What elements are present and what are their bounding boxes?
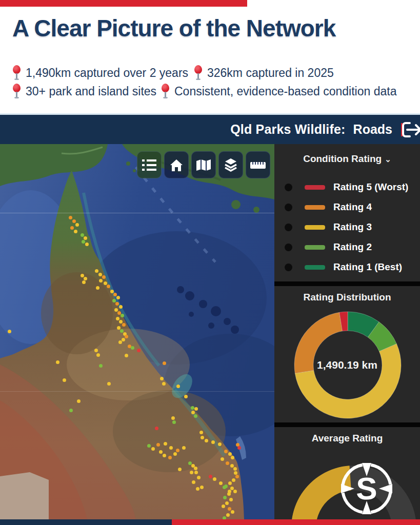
road-condition-dot[interactable] (235, 475, 239, 478)
road-condition-dot[interactable] (118, 340, 122, 344)
road-condition-dot[interactable] (205, 439, 208, 442)
road-condition-dot[interactable] (84, 236, 87, 240)
road-condition-dot[interactable] (194, 467, 197, 470)
road-condition-dot[interactable] (222, 504, 225, 508)
road-condition-dot[interactable] (8, 330, 11, 333)
road-condition-dot[interactable] (69, 409, 73, 412)
legend-list-button[interactable] (137, 151, 162, 178)
road-condition-dot[interactable] (191, 411, 195, 414)
road-condition-dot[interactable] (116, 317, 119, 320)
road-condition-dot[interactable] (218, 442, 222, 446)
road-condition-dot[interactable] (200, 486, 204, 489)
road-condition-dot[interactable] (155, 427, 158, 430)
road-condition-dot[interactable] (77, 399, 81, 403)
road-condition-dot[interactable] (159, 450, 163, 454)
road-condition-dot[interactable] (147, 444, 151, 448)
road-condition-dot[interactable] (75, 223, 79, 227)
road-condition-dot[interactable] (70, 226, 74, 230)
road-condition-dot[interactable] (228, 481, 232, 485)
road-condition-dot[interactable] (119, 320, 123, 324)
road-condition-dot[interactable] (102, 275, 106, 279)
road-condition-dot[interactable] (219, 481, 223, 485)
legend-item[interactable]: Rating 5 (Worst) (274, 179, 420, 195)
legend-item[interactable]: Rating 3 (274, 219, 420, 235)
road-condition-dot[interactable] (81, 274, 84, 277)
road-condition-dot[interactable] (221, 457, 224, 461)
road-condition-dot[interactable] (228, 507, 231, 511)
road-condition-dot[interactable] (116, 296, 120, 299)
road-condition-dot[interactable] (137, 349, 141, 352)
road-condition-dot[interactable] (96, 286, 99, 290)
road-condition-dot[interactable] (115, 302, 119, 306)
road-condition-dot[interactable] (99, 364, 103, 368)
road-condition-dot[interactable] (98, 273, 102, 276)
road-condition-dot[interactable] (121, 314, 124, 317)
road-condition-dot[interactable] (84, 277, 87, 280)
road-condition-dot[interactable] (176, 385, 180, 388)
road-condition-dot[interactable] (56, 360, 59, 364)
road-condition-dot[interactable] (173, 452, 177, 456)
map-canvas[interactable] (0, 144, 274, 519)
road-condition-dot[interactable] (96, 353, 100, 357)
road-condition-dot[interactable] (163, 454, 166, 457)
road-condition-dot[interactable] (94, 349, 98, 352)
road-condition-dot[interactable] (125, 335, 128, 338)
road-condition-dot[interactable] (114, 308, 118, 312)
road-condition-dot[interactable] (117, 326, 121, 330)
road-condition-dot[interactable] (190, 471, 193, 474)
road-condition-dot[interactable] (99, 279, 103, 282)
road-condition-dot[interactable] (107, 382, 111, 386)
road-condition-dot[interactable] (234, 471, 237, 475)
road-condition-dot[interactable] (125, 354, 128, 357)
legend-toggle-dot[interactable] (285, 244, 292, 251)
legend-item[interactable]: Rating 4 (274, 199, 420, 215)
road-condition-dot[interactable] (231, 510, 234, 514)
road-condition-dot[interactable] (199, 431, 203, 434)
road-condition-dot[interactable] (171, 416, 175, 420)
road-condition-dot[interactable] (197, 476, 201, 479)
road-condition-dot[interactable] (95, 269, 98, 273)
legend-item[interactable]: Rating 1 (Best) (274, 259, 420, 275)
road-condition-dot[interactable] (224, 484, 228, 488)
road-condition-dot[interactable] (213, 477, 216, 481)
road-condition-dot[interactable] (104, 281, 107, 285)
road-condition-dot[interactable] (172, 420, 176, 424)
road-condition-dot[interactable] (122, 338, 125, 341)
road-condition-dot[interactable] (194, 407, 198, 411)
road-condition-dot[interactable] (122, 323, 126, 327)
road-condition-dot[interactable] (227, 492, 231, 496)
road-condition-dot[interactable] (160, 377, 164, 380)
legend-item[interactable]: Rating 2 (274, 239, 420, 255)
road-condition-dot[interactable] (113, 293, 117, 296)
road-condition-dot[interactable] (119, 305, 123, 309)
legend-toggle-dot[interactable] (285, 204, 292, 211)
basemap-button[interactable] (191, 151, 216, 178)
road-condition-dot[interactable] (168, 456, 172, 459)
road-condition-dot[interactable] (228, 452, 232, 456)
road-condition-dot[interactable] (211, 440, 215, 444)
road-condition-dot[interactable] (82, 240, 85, 244)
road-condition-dot[interactable] (69, 216, 72, 219)
road-condition-dot[interactable] (151, 447, 155, 451)
road-condition-dot[interactable] (182, 446, 186, 450)
road-condition-dot[interactable] (194, 414, 197, 418)
layers-button[interactable] (218, 151, 243, 178)
road-condition-dot[interactable] (192, 480, 195, 484)
road-condition-dot[interactable] (233, 467, 237, 471)
road-condition-dot[interactable] (178, 468, 182, 471)
road-condition-dot[interactable] (63, 378, 66, 382)
road-condition-dot[interactable] (201, 436, 204, 439)
legend-toggle-dot[interactable] (285, 184, 292, 191)
road-condition-dot[interactable] (231, 456, 234, 459)
road-condition-dot[interactable] (163, 361, 166, 365)
road-condition-dot[interactable] (85, 243, 89, 246)
legend-toggle-dot[interactable] (285, 224, 292, 231)
road-condition-dot[interactable] (162, 382, 166, 386)
measure-ruler-button[interactable] (246, 151, 270, 178)
road-condition-dot[interactable] (169, 446, 173, 450)
road-condition-dot[interactable] (107, 285, 110, 288)
road-condition-dot[interactable] (230, 487, 234, 490)
road-condition-dot[interactable] (223, 496, 227, 499)
road-condition-dot[interactable] (232, 478, 235, 482)
road-condition-dot[interactable] (81, 233, 84, 237)
